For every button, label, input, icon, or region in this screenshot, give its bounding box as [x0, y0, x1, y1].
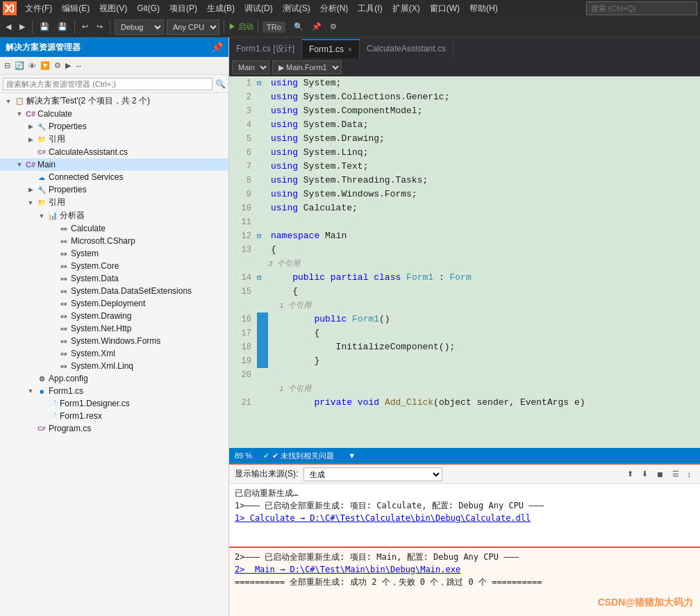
properties-btn[interactable]: ⚙ — [53, 60, 62, 72]
tab-form1-cs[interactable]: Form1.cs × — [302, 39, 360, 58]
calc-references[interactable]: ▶ 📁 引用 — [0, 133, 228, 146]
tab-form1-design[interactable]: Form1.cs [设计] — [229, 39, 302, 58]
line-code-19: } — [268, 354, 700, 368]
calculate-project[interactable]: ▼ C# Calculate — [0, 108, 228, 120]
show-all-btn[interactable]: 👁 — [27, 60, 38, 72]
app-window: 文件(F) 编辑(E) 视图(V) Git(G) 项目(P) 生成(B) 调试(… — [0, 0, 700, 616]
ref-xml[interactable]: ▶ ■■ System.Xml — [0, 347, 228, 360]
menu-build[interactable]: 生成(B) — [203, 1, 239, 16]
sync-btn[interactable]: ↔ — [74, 60, 84, 72]
debug-config-select[interactable]: Debug Release — [115, 19, 164, 35]
calc-properties[interactable]: ▶ 🔧 Properties — [0, 120, 228, 133]
analyzer[interactable]: ▼ 📊 分析器 — [0, 209, 228, 222]
connected-services[interactable]: ▶ ☁ Connected Services — [0, 171, 228, 183]
main-project[interactable]: ▼ C# Main — [0, 158, 228, 171]
redo-btn[interactable]: ↪ — [94, 21, 106, 33]
method-dropdown[interactable]: ▶ Main.Form1 — [272, 60, 342, 74]
ref-deployment[interactable]: ▶ ■■ System.Deployment — [0, 297, 228, 310]
ref-drawing-label: System.Drawing — [71, 311, 131, 321]
menu-debug[interactable]: 调试(D) — [240, 1, 277, 16]
search-icon-btn[interactable]: 🔍 — [291, 21, 306, 33]
menu-extensions[interactable]: 扩展(X) — [388, 1, 424, 16]
forward-btn[interactable]: ▶ — [17, 21, 28, 33]
collapse-1[interactable]: ⊟ — [257, 76, 268, 90]
output-tool-2[interactable]: ⬇ — [638, 467, 651, 481]
ref-systemdata-label: System.Data — [71, 274, 119, 283]
line-code-12: namespace Main — [268, 229, 700, 243]
solution-search-input[interactable] — [3, 78, 212, 90]
menu-test[interactable]: 测试(S) — [278, 1, 315, 16]
back-btn[interactable]: ◀ — [3, 21, 14, 33]
output-source-select[interactable]: 生成 — [303, 467, 442, 481]
marker-18 — [257, 340, 268, 354]
ref-drawing[interactable]: ▶ ■■ System.Drawing — [0, 310, 228, 322]
output-source-label: 显示输出来源(S): — [235, 468, 298, 480]
menu-project[interactable]: 项目(P) — [165, 1, 201, 16]
refresh-btn[interactable]: 🔄 — [13, 60, 26, 72]
code-line-3: 3 using System.ComponentModel; — [229, 104, 700, 118]
menu-tools[interactable]: 工具(I) — [353, 1, 386, 16]
code-editor[interactable]: 1 ⊟ using System; 2 using System.Collect… — [229, 76, 700, 448]
preview-btn[interactable]: ▶ — [64, 60, 72, 72]
ref-icon8: ■■ — [58, 310, 69, 322]
ref-systemdataext[interactable]: ▶ ■■ System.Data.DataSetExtensions — [0, 285, 228, 297]
output-tool-3[interactable]: ⏹ — [653, 467, 667, 481]
output-wrap-btn[interactable]: ↕ — [684, 467, 695, 481]
output-line-3[interactable]: 1> Calculate → D:\C#\Test\Calculate\bin\… — [235, 512, 694, 524]
save-all-btn[interactable]: 💾 — [55, 21, 70, 33]
menu-file[interactable]: 文件(F) — [21, 1, 56, 16]
line-num-3: 3 — [229, 104, 257, 118]
program-cs[interactable]: ▶ C# Program.cs — [0, 422, 228, 435]
line-code-2: using System.Collections.Generic; — [268, 90, 700, 104]
panel-pin-btn[interactable]: 📌 — [211, 42, 223, 53]
line-num-15: 15 — [229, 285, 257, 299]
collapse-all-btn[interactable]: ⊟ — [3, 60, 12, 72]
ref-icon6: ■■ — [58, 285, 69, 297]
save-btn[interactable]: 💾 — [37, 21, 52, 33]
menu-help[interactable]: 帮助(H) — [465, 1, 502, 16]
tab-form1-close[interactable]: × — [348, 46, 352, 53]
ref-systemcore[interactable]: ▶ ■■ System.Core — [0, 260, 228, 272]
line-num-11: 11 — [229, 215, 257, 229]
menu-git[interactable]: Git(G) — [133, 2, 164, 15]
main-properties[interactable]: ▶ 🔧 Properties — [0, 183, 228, 196]
ref-system[interactable]: ▶ ■■ System — [0, 247, 228, 260]
settings-btn[interactable]: ⚙ — [327, 21, 340, 33]
global-search-input[interactable] — [586, 1, 697, 15]
collapse-14[interactable]: ⊟ — [257, 271, 268, 285]
pin-btn[interactable]: 📌 — [309, 21, 324, 33]
output-clear-btn[interactable]: ☰ — [669, 467, 683, 481]
output-tool-1[interactable]: ⬆ — [624, 467, 637, 481]
tab-calculate-assistant[interactable]: CalculateAssistant.cs — [360, 39, 453, 58]
menu-analyze[interactable]: 分析(N) — [316, 1, 353, 16]
form1-cs[interactable]: ▼ ■ Form1.cs — [0, 385, 228, 397]
undo-btn[interactable]: ↩ — [79, 21, 91, 33]
tab-form1-design-label: Form1.cs [设计] — [236, 43, 294, 55]
filter-btn[interactable]: 🔽 — [39, 60, 51, 72]
ref-mscsharp[interactable]: ▶ ■■ Microsoft.CSharp — [0, 235, 228, 247]
form1-designer-cs[interactable]: ▶ 📄 Form1.Designer.cs — [0, 397, 228, 410]
ref-calculate[interactable]: ▶ ■■ Calculate — [0, 222, 228, 235]
collapse-12[interactable]: ⊟ — [257, 229, 268, 243]
main-references[interactable]: ▼ 📁 引用 — [0, 196, 228, 209]
dropdown-arrow[interactable]: ▼ — [348, 451, 356, 460]
code-line-11: 11 — [229, 215, 700, 229]
class-dropdown[interactable]: Main — [232, 60, 269, 74]
form1-resx[interactable]: ▶ 📄 Form1.resx — [0, 410, 228, 422]
line-num-5: 5 — [229, 132, 257, 146]
ref-xmllinq[interactable]: ▶ ■■ System.Xml.Linq — [0, 360, 228, 372]
menu-view[interactable]: 视图(V) — [95, 1, 131, 16]
ref-winforms[interactable]: ▶ ■■ System.Windows.Forms — [0, 335, 228, 347]
solution-root[interactable]: ▼ 📋 解决方案'Test'(2 个项目，共 2 个) — [0, 94, 228, 108]
calculate-assistant-cs[interactable]: ▶ C# CalculateAssistant.cs — [0, 146, 228, 158]
code-line-17: 17 { — [229, 326, 700, 340]
ref-systemdata[interactable]: ▶ ■■ System.Data — [0, 272, 228, 285]
output-line-sec2-2[interactable]: 2> Main → D:\C#\Test\Main\bin\Debug\Main… — [235, 563, 694, 576]
start-button[interactable]: ▶ 启动 — [228, 22, 253, 32]
menu-window[interactable]: 窗口(W) — [426, 1, 464, 16]
ref-nethttp[interactable]: ▶ ■■ System.Net.Http — [0, 322, 228, 335]
marker-16 — [257, 313, 268, 326]
app-config[interactable]: ▶ ⚙ App.config — [0, 372, 228, 385]
platform-select[interactable]: Any CPU — [167, 19, 219, 35]
menu-edit[interactable]: 编辑(E) — [58, 1, 94, 16]
